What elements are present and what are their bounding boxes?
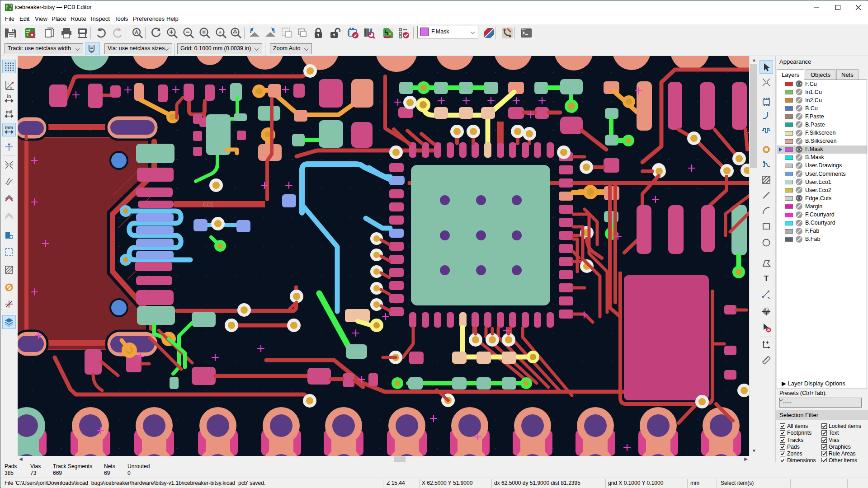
svg-text:mil: mil <box>6 109 13 114</box>
svg-text:θ: θ <box>10 86 12 90</box>
svg-text:in: in <box>7 94 11 99</box>
svg-text:mm: mm <box>5 125 13 130</box>
svg-text:r: r <box>8 81 9 85</box>
svg-text:T: T <box>764 274 769 283</box>
svg-text:CC1: CC1 <box>203 202 214 208</box>
svg-text:A: A <box>135 29 138 35</box>
